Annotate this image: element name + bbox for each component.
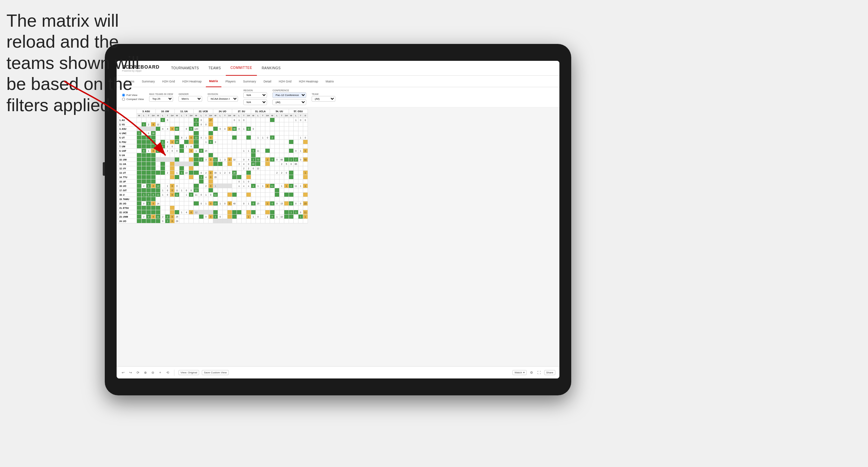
conference-select2[interactable]: (All)	[272, 99, 306, 105]
matrix-cell: 0	[189, 136, 194, 140]
zoom-out-icon[interactable]: ⊖	[150, 370, 155, 375]
matrix-cell	[303, 179, 308, 184]
team-select[interactable]: (All)	[312, 96, 335, 102]
team-filter: Team (All)	[312, 93, 335, 102]
add-icon[interactable]: +	[158, 370, 163, 375]
matrix-cell: 0	[208, 193, 213, 197]
subnav-detail[interactable]: Detail	[260, 76, 275, 87]
matrix-cell	[241, 140, 246, 144]
table-row: 6. FSU14035100	[118, 140, 308, 144]
reset-icon[interactable]: ⟲	[165, 370, 170, 375]
matrix-cell	[189, 166, 194, 171]
matrix-cell: 0	[274, 201, 279, 206]
matrix-cell	[146, 144, 151, 149]
view-original-btn[interactable]: View: Original	[178, 370, 199, 375]
matrix-cell	[161, 210, 165, 215]
matrix-cell	[146, 219, 151, 223]
matrix-cell	[298, 166, 303, 171]
matrix-cell: 0	[241, 157, 246, 162]
matrix-cell	[303, 206, 308, 210]
watch-btn[interactable]: Watch ▾	[512, 370, 526, 375]
matrix-cell	[203, 162, 208, 166]
matrix-cell	[227, 210, 232, 215]
settings-icon[interactable]: ⚙	[529, 370, 534, 375]
matrix-cell	[265, 197, 270, 201]
nav-committee[interactable]: COMMITTEE	[226, 61, 257, 76]
matrix-cell	[289, 144, 293, 149]
gender-select[interactable]: Men's	[178, 96, 202, 102]
matrix-cell	[241, 188, 246, 193]
matrix-cell	[175, 179, 179, 184]
table-row: 1. AU102027010100	[118, 118, 308, 122]
matrix-cell	[256, 206, 260, 210]
matrix-cell	[156, 179, 161, 184]
matrix-cell: 1	[303, 184, 308, 188]
matrix-cell: 0	[232, 118, 237, 122]
matrix-cell: 0	[146, 193, 151, 197]
save-custom-btn[interactable]: Save Custom View	[202, 370, 228, 375]
matrix-cell: 1	[161, 118, 165, 122]
matrix-scroll-area[interactable]: 3. ASU 10. UW 11. UA 22. UCB 24. UO 27. …	[117, 107, 559, 368]
matrix-cell: 0	[203, 215, 208, 219]
matrix-cell	[156, 197, 161, 201]
conference-select[interactable]: Pac-12 Conference	[272, 92, 306, 98]
matrix-cell	[289, 175, 293, 179]
matrix-cell	[208, 179, 213, 184]
matrix-cell: 5	[270, 157, 274, 162]
matrix-cell	[189, 197, 194, 201]
matrix-cell	[189, 171, 194, 175]
matrix-cell	[151, 162, 156, 166]
matrix-cell: 1	[179, 210, 184, 215]
subnav-h2hheatmap1[interactable]: H2H Heatmap	[179, 76, 205, 87]
matrix-cell	[241, 215, 246, 219]
matrix-cell	[270, 193, 274, 197]
max-teams-select[interactable]: Top 25	[149, 96, 173, 102]
matrix-cell	[222, 184, 227, 188]
matrix-cell	[232, 193, 237, 197]
matrix-cell	[303, 153, 308, 157]
matrix-cell	[227, 197, 232, 201]
subnav-h2hgrid1[interactable]: H2H Grid	[159, 76, 178, 87]
zoom-in-icon[interactable]: ⊕	[143, 370, 148, 375]
matrix-cell	[222, 193, 227, 197]
matrix-cell	[203, 166, 208, 171]
matrix-cell	[289, 179, 293, 184]
matrix-cell	[246, 206, 251, 210]
matrix-cell	[208, 219, 213, 223]
subnav-matrix2[interactable]: Matrix	[322, 76, 337, 87]
matrix-cell	[137, 166, 142, 171]
division-select[interactable]: NCAA Division I	[208, 96, 238, 102]
watch-label: Watch	[514, 371, 522, 374]
matrix-cell: 0	[203, 122, 208, 127]
region-select1[interactable]: N/A	[243, 92, 267, 98]
fullscreen-icon[interactable]: ⛶	[537, 370, 541, 375]
share-btn[interactable]: Share	[544, 370, 555, 375]
nav-rankings[interactable]: RANKINGS	[257, 61, 285, 76]
redo-icon[interactable]: ↪	[128, 370, 133, 375]
nav-tournaments[interactable]: TOURNAMENTS	[166, 61, 204, 76]
undo-icon[interactable]: ↩	[121, 370, 125, 375]
matrix-cell: 0	[208, 215, 213, 219]
region-select2[interactable]: N/A	[243, 99, 267, 105]
matrix-cell: 0	[251, 127, 256, 131]
matrix-cell	[279, 210, 284, 215]
matrix-cell: 11	[270, 184, 274, 188]
matrix-cell	[170, 162, 175, 166]
nav-teams[interactable]: TEAMS	[204, 61, 226, 76]
subnav-matrix1[interactable]: Matrix	[206, 76, 222, 87]
matrix-cell	[265, 144, 270, 149]
matrix-cell	[213, 136, 218, 140]
matrix-cell	[203, 197, 208, 201]
subnav-summary2[interactable]: Summary	[240, 76, 260, 87]
refresh-icon[interactable]: ⟳	[136, 370, 140, 375]
matrix-cell	[222, 144, 227, 149]
matrix-cell	[199, 210, 203, 215]
matrix-cell	[303, 166, 308, 171]
subnav-players[interactable]: Players	[222, 76, 239, 87]
matrix-cell	[293, 197, 298, 201]
matrix-cell	[293, 179, 298, 184]
subnav-h2hgrid2[interactable]: H2H Grid	[275, 76, 295, 87]
filters-bar: Full View Compact View Max teams in view…	[117, 87, 559, 107]
matrix-cell	[284, 153, 289, 157]
subnav-h2hheatmap2[interactable]: H2H Heatmap	[295, 76, 321, 87]
